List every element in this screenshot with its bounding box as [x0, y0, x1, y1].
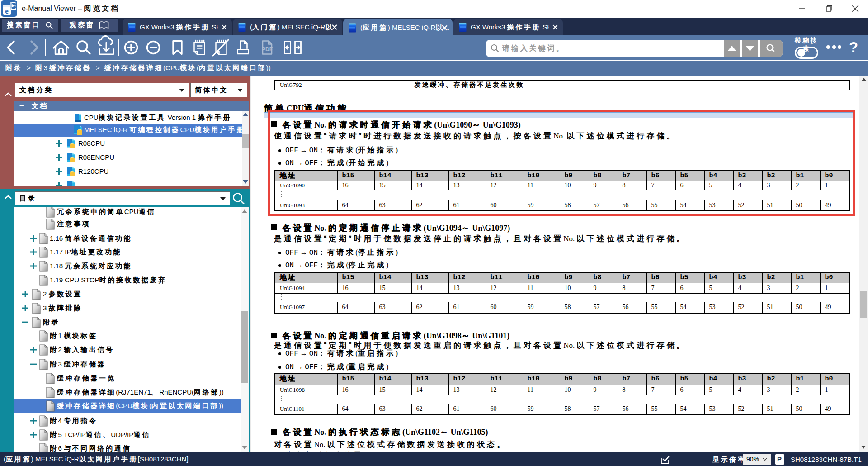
svg-text:PDF: PDF: [262, 46, 273, 52]
svg-text:e: e: [5, 7, 9, 15]
